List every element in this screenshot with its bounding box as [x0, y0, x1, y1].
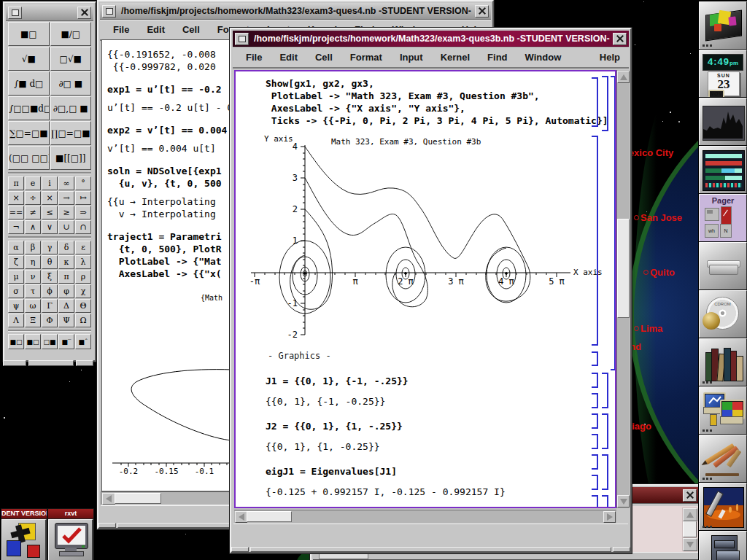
notebook-cell[interactable]: J2 = {{0, 1}, {1, -.25}} — [266, 420, 506, 432]
palette-script-button[interactable]: ■ˆ — [75, 334, 91, 349]
palette-operator-button[interactable]: ↦ — [75, 191, 91, 205]
palette-greek-button[interactable]: Θ — [75, 299, 91, 313]
palette-operator-button[interactable]: ÷ — [25, 191, 41, 205]
front-window-titlebar[interactable]: /home/fiskjm/projects/homework/Math323/e… — [233, 31, 629, 47]
palette-script-button[interactable]: ■□ — [25, 334, 41, 349]
palette-greek-button[interactable]: α — [8, 241, 24, 254]
notebook-line[interactable]: {{-0.191652, -0.008 — [107, 49, 233, 61]
resize-handle[interactable] — [3, 360, 26, 366]
palette-greek-button[interactable]: ρ — [75, 270, 91, 284]
notebook-cell[interactable]: {{0, 1}, {-1, -0.25}} — [266, 395, 506, 408]
palette-operator-button[interactable]: ∞ — [58, 176, 74, 190]
notebook-line[interactable]: v’[t] == 0.004 u[t] — [107, 143, 233, 155]
code-line[interactable]: Ticks -> {{-Pi, 0, Pi, 2 Pi, 3 Pi, 4 Pi,… — [266, 114, 608, 127]
palette-template-button[interactable]: ■□ — [8, 22, 50, 46]
palette-operator-button[interactable]: ° — [75, 176, 91, 190]
menu-item[interactable]: Edit — [271, 52, 306, 63]
dock-tile-network-computers[interactable] — [699, 386, 747, 435]
palette-greek-button[interactable]: Ξ — [25, 314, 41, 327]
palette-template-button[interactable]: √■ — [8, 47, 50, 71]
notebook-cell[interactable]: {-0.125 + 0.992157 I, -0.125 - 0.992157 … — [266, 486, 506, 498]
scrollbar-thumb[interactable] — [617, 219, 630, 318]
notebook-line[interactable]: {Math — [201, 292, 233, 304]
palette-greek-button[interactable]: ν — [25, 270, 41, 284]
palette-titlebar[interactable] — [6, 4, 93, 21]
cell-bracket[interactable] — [592, 77, 598, 127]
menu-item-help[interactable]: Help — [591, 52, 624, 63]
pager-desktop[interactable]: wh — [705, 224, 719, 238]
palette-script-button[interactable]: □■ — [42, 334, 58, 349]
mathematica-icon[interactable] — [1, 519, 47, 560]
pager-desktop-active[interactable] — [721, 206, 732, 225]
scroll-left-button[interactable] — [102, 493, 115, 505]
notebook-line[interactable]: PlotLabel -> {"Mat — [107, 256, 233, 268]
menu-item[interactable]: Input — [391, 52, 432, 63]
palette-greek-button[interactable]: τ — [25, 284, 41, 298]
resize-handle[interactable] — [76, 360, 93, 366]
palette-greek-button[interactable]: φ — [58, 284, 74, 298]
cell-bracket[interactable] — [592, 393, 598, 408]
close-button[interactable] — [613, 33, 627, 45]
scroll-up-button[interactable] — [683, 508, 697, 521]
palette-operator-button[interactable]: ≥ — [58, 206, 74, 219]
cell-bracket[interactable] — [592, 136, 598, 346]
menu-item[interactable]: Edit — [138, 24, 174, 35]
palette-greek-button[interactable]: Φ — [42, 314, 58, 327]
palette-greek-button[interactable]: ζ — [8, 255, 24, 269]
back-window-titlebar[interactable]: /home/fiskjm/projects/homework/Math323/e… — [100, 3, 491, 20]
palette-template-button[interactable]: ∂□ ■ — [50, 71, 92, 96]
window-math-palette[interactable]: ■□■∕□√■□√■∫■ d□∂□ ■∫□□■d□∂□,□ ■∑□=□■∏□=□… — [3, 1, 96, 362]
resize-handle[interactable] — [98, 523, 116, 528]
hidden-window-vertical-scrollbar[interactable] — [682, 508, 697, 551]
window-notebook-ques3b[interactable]: /home/fiskjm/projects/homework/Math323/e… — [230, 28, 632, 553]
palette-greek-button[interactable]: χ — [75, 284, 91, 298]
dock-tile-pager[interactable]: Pager wh N — [699, 194, 747, 242]
dock-tile-system-meters[interactable] — [699, 146, 747, 194]
menu-item[interactable]: Format — [341, 52, 391, 63]
code-line[interactable]: Show[gx1, gx2, gx3, — [266, 77, 608, 90]
menu-item[interactable]: Window — [516, 52, 570, 63]
cell-bracket[interactable] — [602, 76, 608, 131]
menu-item[interactable]: File — [104, 24, 138, 35]
pager-desktop[interactable]: N — [720, 224, 732, 238]
cell-group-bracket[interactable] — [602, 413, 608, 449]
palette-operator-button[interactable]: ∨ — [42, 220, 58, 234]
notebook-cell[interactable]: {{0, 1}, {1, -0.25}} — [266, 440, 506, 453]
palette-operator-button[interactable]: ⇒ — [75, 206, 91, 219]
palette-operator-button[interactable]: i — [42, 176, 58, 190]
scroll-up-button[interactable] — [617, 71, 630, 83]
close-button[interactable] — [683, 489, 697, 502]
palette-operator-button[interactable]: ∧ — [25, 220, 41, 234]
palette-greek-button[interactable]: Γ — [42, 299, 58, 313]
notebook-line[interactable]: v → Interpolating — [107, 209, 233, 220]
palette-greek-button[interactable]: λ — [75, 255, 91, 269]
palette-template-button[interactable]: ∑□=□■ — [8, 121, 50, 145]
menu-item[interactable]: Kernel — [432, 52, 479, 63]
palette-template-button[interactable]: ∫□□■d□ — [8, 96, 50, 120]
notebook-line[interactable]: exp1 = u’[t] == -0.2 — [107, 84, 233, 96]
menu-item[interactable]: Cell — [174, 24, 209, 35]
scroll-left-button[interactable] — [235, 511, 247, 523]
palette-greek-button[interactable]: η — [25, 255, 41, 269]
window-menu-button[interactable] — [102, 5, 116, 18]
cell-group-bracket[interactable] — [602, 373, 608, 408]
notebook-line[interactable]: {{-0.999782, 0.020 — [107, 61, 233, 73]
palette-greek-button[interactable]: δ — [58, 241, 74, 254]
palette-greek-button[interactable]: Ω — [75, 314, 91, 327]
code-line[interactable]: AxesLabel -> {"X axis", "Y axis"}, — [266, 102, 608, 114]
show-command-cell[interactable]: Show[gx1, gx2, gx3, PlotLabel -> "Math 3… — [266, 77, 608, 127]
palette-template-button[interactable]: □√■ — [50, 47, 92, 71]
window-menu-button[interactable] — [235, 33, 249, 45]
notebook-cell[interactable]: J1 = {{0, 1}, {-1, -.25}} — [266, 375, 506, 387]
palette-operator-button[interactable]: ∪ — [58, 220, 74, 234]
cell-bracket[interactable] — [592, 413, 598, 429]
notebook-line[interactable]: soln = NDSolve[{exp1 — [107, 166, 233, 177]
menu-item[interactable]: Cell — [306, 52, 341, 63]
scrollbar-thumb[interactable] — [247, 511, 292, 522]
cell-bracket[interactable] — [592, 434, 598, 449]
notebook-line[interactable]: AxesLabel -> {{"x( — [107, 268, 233, 280]
palette-template-button[interactable]: (□□ □□) — [8, 146, 50, 170]
palette-resize-handles[interactable] — [3, 360, 93, 366]
cell-group-bracket[interactable] — [602, 495, 608, 508]
cell-bracket[interactable] — [592, 373, 598, 388]
